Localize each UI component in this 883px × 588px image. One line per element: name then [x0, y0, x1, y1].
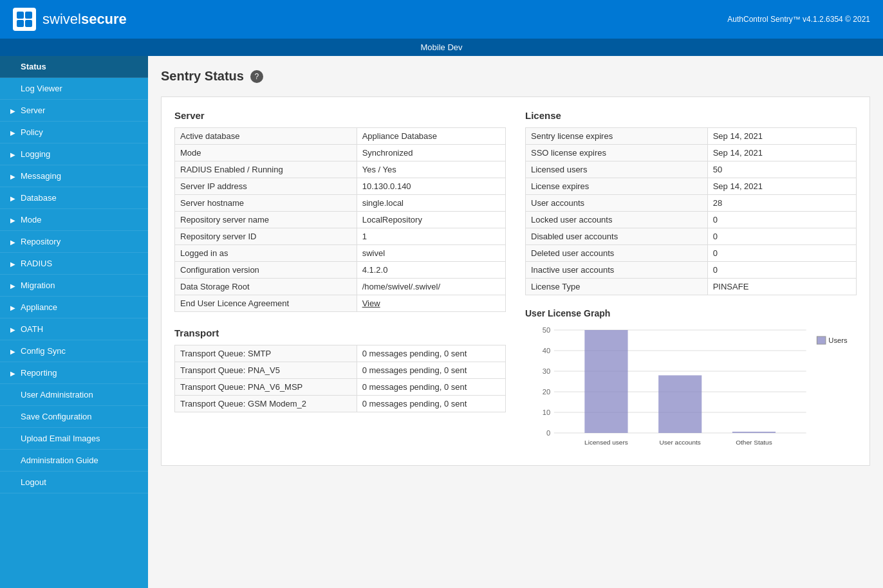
row-label: Configuration version	[175, 262, 357, 279]
row-label[interactable]: Disabled user accounts	[526, 228, 708, 245]
svg-rect-20	[732, 432, 776, 433]
main-content: Sentry Status ? Server Active databaseAp…	[148, 56, 883, 588]
sidebar-item-administration-guide[interactable]: Administration Guide	[0, 450, 148, 472]
row-value: PINSAFE	[707, 279, 856, 295]
row-value: 0 messages pending, 0 sent	[357, 396, 505, 412]
table-row: License TypePINSAFE	[526, 279, 857, 295]
sidebar-item-config-sync[interactable]: ▶Config Sync	[0, 340, 148, 362]
sidebar-item-log-viewer[interactable]: Log Viewer	[0, 78, 148, 100]
row-value: 0	[707, 212, 856, 228]
license-table: Sentry license expiresSep 14, 2021SSO li…	[525, 127, 857, 295]
two-col-layout: Server Active databaseAppliance Database…	[174, 110, 857, 452]
arrow-icon: ▶	[10, 129, 17, 136]
right-column: License Sentry license expiresSep 14, 20…	[525, 110, 857, 452]
row-label: Transport Queue: SMTP	[175, 345, 357, 362]
sidebar-label: Reporting	[21, 368, 57, 378]
row-value: 28	[707, 195, 856, 212]
app-name: swivelsecure	[42, 11, 127, 28]
row-label: Transport Queue: PNA_V5	[175, 362, 357, 379]
sidebar-item-mode[interactable]: ▶Mode	[0, 209, 148, 231]
sidebar-item-upload-email-images[interactable]: Upload Email Images	[0, 428, 148, 450]
svg-text:30: 30	[543, 368, 551, 375]
arrow-icon: ▶	[10, 304, 17, 311]
svg-rect-16	[584, 330, 627, 433]
row-label: Transport Queue: GSM Modem_2	[175, 396, 357, 412]
row-value: /home/swivel/.swivel/	[357, 279, 505, 295]
row-value: Appliance Database	[357, 128, 505, 145]
row-value: 1	[357, 228, 505, 245]
table-row: Logged in asswivel	[175, 245, 506, 262]
sidebar-label: Appliance	[21, 302, 57, 312]
transport-table: Transport Queue: SMTP0 messages pending,…	[174, 345, 506, 412]
row-value: 4.1.2.0	[357, 262, 505, 279]
sidebar-label: Repository	[21, 237, 60, 246]
svg-rect-18	[658, 375, 702, 433]
sidebar-item-repository[interactable]: ▶Repository	[0, 231, 148, 253]
sidebar-item-logging[interactable]: ▶Logging	[0, 143, 148, 165]
content-panel: Server Active databaseAppliance Database…	[161, 96, 870, 466]
sidebar-label: Database	[21, 193, 57, 203]
sidebar-label: Status	[21, 62, 46, 71]
transport-section-title: Transport	[174, 327, 506, 338]
row-label: Server IP address	[175, 178, 357, 195]
sidebar-item-logout[interactable]: Logout	[0, 472, 148, 493]
row-label: Server hostname	[175, 195, 357, 212]
sidebar-label: OATH	[21, 324, 43, 334]
sidebar-item-appliance[interactable]: ▶Appliance	[0, 297, 148, 318]
table-row: Active databaseAppliance Database	[175, 128, 506, 145]
row-label[interactable]: Deleted user accounts	[526, 245, 708, 262]
svg-rect-3	[25, 20, 32, 27]
row-value: single.local	[357, 195, 505, 212]
table-row: Transport Queue: GSM Modem_20 messages p…	[175, 396, 506, 412]
sidebar-label: Migration	[21, 280, 55, 290]
row-value: 0 messages pending, 0 sent	[357, 345, 505, 362]
svg-rect-22	[817, 336, 825, 344]
table-row: RADIUS Enabled / RunningYes / Yes	[175, 161, 506, 178]
sidebar-item-user-administration[interactable]: User Administration	[0, 384, 148, 406]
row-label: Logged in as	[175, 245, 357, 262]
svg-text:Licensed users: Licensed users	[584, 439, 628, 446]
sidebar-label: Logout	[21, 477, 46, 487]
row-label: Repository server name	[175, 212, 357, 228]
sidebar-label: Messaging	[21, 171, 61, 181]
svg-text:50: 50	[543, 327, 551, 334]
row-value: 50	[707, 161, 856, 178]
svg-text:40: 40	[543, 347, 551, 354]
table-row: Disabled user accounts0	[526, 228, 857, 245]
sidebar-item-messaging[interactable]: ▶Messaging	[0, 165, 148, 187]
sidebar-label: Upload Email Images	[21, 434, 100, 443]
sidebar-item-oath[interactable]: ▶OATH	[0, 318, 148, 340]
row-value: LocalRepository	[357, 212, 505, 228]
sidebar-item-migration[interactable]: ▶Migration	[0, 275, 148, 297]
sidebar-item-database[interactable]: ▶Database	[0, 187, 148, 209]
sidebar-item-policy[interactable]: ▶Policy	[0, 122, 148, 143]
row-value[interactable]: View	[357, 295, 505, 312]
sidebar-item-status[interactable]: Status	[0, 56, 148, 78]
arrow-icon: ▶	[10, 151, 17, 158]
row-value: 10.130.0.140	[357, 178, 505, 195]
row-value: Synchronized	[357, 145, 505, 161]
sidebar-label: RADIUS	[21, 259, 52, 268]
table-row: SSO license expiresSep 14, 2021	[526, 145, 857, 161]
sidebar-label: Logging	[21, 149, 50, 159]
row-label[interactable]: Inactive user accounts	[526, 262, 708, 279]
svg-rect-1	[25, 12, 32, 19]
row-value: Sep 14, 2021	[707, 128, 856, 145]
server-table: Active databaseAppliance DatabaseModeSyn…	[174, 127, 506, 312]
sidebar-item-server[interactable]: ▶Server	[0, 100, 148, 122]
arrow-icon: ▶	[10, 195, 17, 201]
help-icon[interactable]: ?	[250, 70, 263, 83]
table-row: Transport Queue: SMTP0 messages pending,…	[175, 345, 506, 362]
row-value: 0 messages pending, 0 sent	[357, 379, 505, 396]
sidebar-label: Mode	[21, 215, 42, 225]
chart-svg: 01020304050Licensed usersUser accountsOt…	[525, 324, 857, 452]
table-row: Transport Queue: PNA_V50 messages pendin…	[175, 362, 506, 379]
sidebar-item-save-configuration[interactable]: Save Configuration	[0, 406, 148, 428]
table-row: ModeSynchronized	[175, 145, 506, 161]
row-label: Sentry license expires	[526, 128, 708, 145]
sidebar-item-radius[interactable]: ▶RADIUS	[0, 253, 148, 275]
row-label[interactable]: Locked user accounts	[526, 212, 708, 228]
sidebar-item-reporting[interactable]: ▶Reporting	[0, 362, 148, 384]
row-value: Yes / Yes	[357, 161, 505, 178]
row-value: 0 messages pending, 0 sent	[357, 362, 505, 379]
